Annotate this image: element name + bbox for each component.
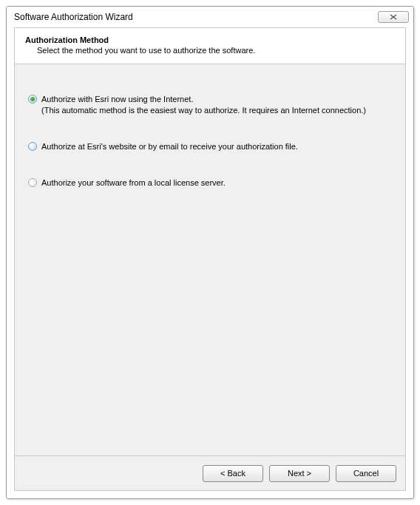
window-title: Software Authorization Wizard	[14, 12, 133, 22]
radio-icon	[28, 178, 37, 187]
header-subtitle: Select the method you want to use to aut…	[25, 46, 395, 55]
option-label: Authorize at Esri's website or by email …	[41, 142, 298, 151]
option-label: Authorize with Esri now using the Intern…	[41, 95, 193, 104]
option-text: Authorize with Esri now using the Intern…	[41, 94, 366, 116]
titlebar: Software Authorization Wizard	[7, 7, 413, 27]
header-title: Authorization Method	[25, 35, 395, 44]
button-row: < Back Next > Cancel	[14, 455, 406, 491]
wizard-dialog: Software Authorization Wizard Authorizat…	[6, 6, 414, 499]
close-button[interactable]	[378, 11, 409, 23]
cancel-button[interactable]: Cancel	[336, 465, 396, 482]
radio-icon	[28, 142, 37, 151]
option-authorize-internet[interactable]: Authorize with Esri now using the Intern…	[28, 94, 392, 116]
header-band: Authorization Method Select the method y…	[14, 27, 406, 64]
option-text: Authorize your software from a local lic…	[41, 177, 226, 189]
option-sublabel: (This automatic method is the easiest wa…	[41, 106, 366, 115]
option-text: Authorize at Esri's website or by email …	[41, 141, 298, 152]
option-authorize-website-email[interactable]: Authorize at Esri's website or by email …	[28, 141, 392, 152]
content-area: Authorize with Esri now using the Intern…	[14, 64, 406, 455]
close-icon	[390, 14, 397, 20]
option-authorize-local-server[interactable]: Authorize your software from a local lic…	[28, 177, 392, 189]
next-button[interactable]: Next >	[269, 465, 330, 482]
option-label: Authorize your software from a local lic…	[41, 178, 226, 187]
back-button[interactable]: < Back	[203, 465, 263, 482]
radio-icon	[28, 95, 37, 104]
